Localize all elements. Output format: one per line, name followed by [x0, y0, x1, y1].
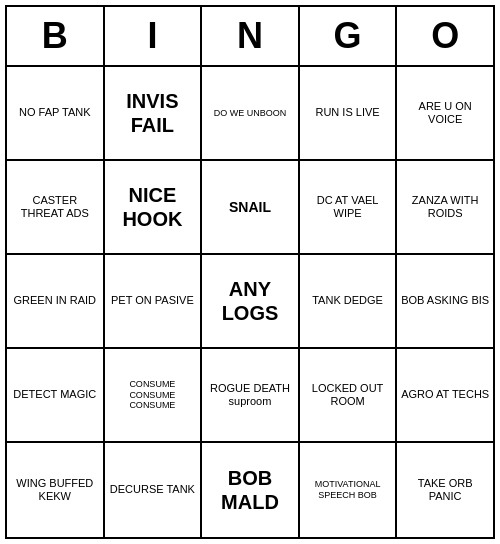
bingo-cell-1-1: NICE HOOK — [105, 161, 203, 255]
bingo-cell-4-1: DECURSE TANK — [105, 443, 203, 537]
bingo-cell-0-3: RUN IS LIVE — [300, 67, 398, 161]
bingo-cell-2-0: GREEN IN RAID — [7, 255, 105, 349]
bingo-row-3: DETECT MAGICCONSUME CONSUME CONSUMEROGUE… — [7, 349, 493, 443]
bingo-cell-0-4: ARE U ON VOICE — [397, 67, 493, 161]
bingo-cell-1-2: SNAIL — [202, 161, 300, 255]
bingo-cell-1-4: ZANZA WITH ROIDS — [397, 161, 493, 255]
bingo-cell-3-4: AGRO AT TECHS — [397, 349, 493, 443]
bingo-cell-4-4: TAKE ORB PANIC — [397, 443, 493, 537]
bingo-header: BINGO — [7, 7, 493, 67]
bingo-cell-0-1: INVIS FAIL — [105, 67, 203, 161]
header-letter-I: I — [105, 7, 203, 67]
bingo-cell-2-3: TANK DEDGE — [300, 255, 398, 349]
bingo-cell-3-2: ROGUE DEATH suproom — [202, 349, 300, 443]
bingo-row-2: GREEN IN RAIDPET ON PASIVEANY LOGSTANK D… — [7, 255, 493, 349]
bingo-row-0: NO FAP TANKINVIS FAILDO WE UNBOONRUN IS … — [7, 67, 493, 161]
bingo-cell-1-3: DC AT VAEL WIPE — [300, 161, 398, 255]
bingo-cell-1-0: CASTER THREAT ADS — [7, 161, 105, 255]
bingo-cell-2-2: ANY LOGS — [202, 255, 300, 349]
bingo-row-4: WING BUFFED KEKWDECURSE TANKBOB MALDMOTI… — [7, 443, 493, 537]
header-letter-B: B — [7, 7, 105, 67]
header-letter-G: G — [300, 7, 398, 67]
bingo-cell-0-2: DO WE UNBOON — [202, 67, 300, 161]
header-letter-N: N — [202, 7, 300, 67]
bingo-card: BINGO NO FAP TANKINVIS FAILDO WE UNBOONR… — [5, 5, 495, 539]
bingo-cell-4-3: MOTIVATIONAL SPEECH BOB — [300, 443, 398, 537]
bingo-cell-4-2: BOB MALD — [202, 443, 300, 537]
bingo-cell-0-0: NO FAP TANK — [7, 67, 105, 161]
bingo-cell-3-3: LOCKED OUT ROOM — [300, 349, 398, 443]
bingo-cell-2-1: PET ON PASIVE — [105, 255, 203, 349]
header-letter-O: O — [397, 7, 493, 67]
bingo-cell-4-0: WING BUFFED KEKW — [7, 443, 105, 537]
bingo-cell-3-1: CONSUME CONSUME CONSUME — [105, 349, 203, 443]
bingo-row-1: CASTER THREAT ADSNICE HOOKSNAILDC AT VAE… — [7, 161, 493, 255]
bingo-cell-2-4: BOB ASKING BIS — [397, 255, 493, 349]
bingo-grid: NO FAP TANKINVIS FAILDO WE UNBOONRUN IS … — [7, 67, 493, 537]
bingo-cell-3-0: DETECT MAGIC — [7, 349, 105, 443]
